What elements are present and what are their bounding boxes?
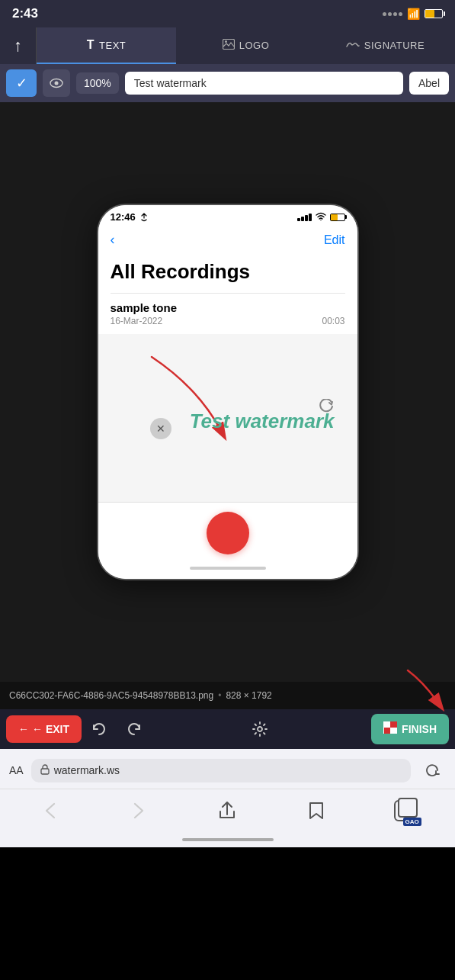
phone-content: All Recordings sample tone 16-Mar-2022 0… [98,254,357,334]
svg-point-7 [258,727,262,731]
svg-rect-10 [383,728,390,734]
tab-logo-label: LOGO [239,40,270,51]
recording-name: sample tone [111,301,345,314]
phone-home-indicator [98,561,357,579]
battery-fill [425,10,434,18]
check-button[interactable]: ✓ [6,69,37,97]
eye-button[interactable] [43,69,70,97]
name-input[interactable]: Abel [409,72,449,95]
dimensions: 828 × 1792 [226,690,271,701]
svg-point-3 [55,82,59,85]
phone-time: 12:46 [111,211,148,223]
phone-status-bar: 12:46 [98,205,357,226]
signature-tab-icon [346,39,360,52]
status-bar: 2:43 📶 [0,0,455,27]
browser-url: watermark.ws [54,764,120,776]
exit-button[interactable]: ← ← EXIT [6,715,82,743]
recording-duration: 00:03 [322,316,344,326]
record-button[interactable] [207,512,249,554]
tab-bar: ↑ T TEXT LOGO SIGNATURE [0,27,455,64]
finish-arrow-area [400,686,446,705]
browser-bookmark-button[interactable] [300,794,333,827]
tab-text-label: TEXT [99,40,126,51]
svg-rect-9 [390,721,397,728]
file-info-bar: C66CC302-FA6C-4886-9AC5-94548978BB13.png… [0,682,455,709]
settings-button[interactable] [245,714,275,744]
svg-point-4 [320,220,322,220]
recording-date: 16-Mar-2022 [111,316,163,326]
browser-bar: AA watermark.ws [0,749,455,789]
recording-meta: 16-Mar-2022 00:03 [111,316,345,326]
watermark-close-button[interactable]: ✕ [150,418,171,439]
wifi-icon: 📶 [407,8,420,20]
back-icon: ↑ [14,36,22,56]
svg-point-1 [225,40,227,43]
browser-nav: GAO [0,789,455,835]
tab-text[interactable]: T TEXT [37,27,176,64]
battery-icon [425,9,443,18]
phone-edit-button[interactable]: Edit [324,233,345,247]
phone-nav-bar: ‹ Edit [98,226,357,254]
tab-logo[interactable]: LOGO [176,27,316,64]
home-bar [190,567,266,570]
svg-rect-13 [41,769,49,774]
phone-mockup: 12:46 [98,205,357,579]
ios-home-bar [0,835,455,847]
browser-tabs-button[interactable]: GAO [388,794,421,827]
gao-badge: GAO [403,818,421,826]
browser-forward-button[interactable] [122,794,155,827]
zoom-level[interactable]: 100% [76,72,119,94]
logo-tab-icon [223,39,235,52]
phone-status-right [297,211,345,223]
exit-arrow-icon: ← [18,723,29,735]
tab-back-button[interactable]: ↑ [0,27,37,64]
signal-icon [383,12,402,16]
tab-signature[interactable]: SIGNATURE [316,27,455,64]
refresh-button[interactable] [418,757,446,784]
phone-record-area [98,502,357,561]
finish-label: FINISH [402,723,437,735]
browser-aa-button[interactable]: AA [9,764,24,776]
separator: • [218,690,221,701]
finish-button[interactable]: FINISH [371,714,449,744]
watermark-text-input[interactable]: Test watermark [125,72,403,95]
red-arrow [121,342,258,464]
ios-home-line [182,838,274,841]
browser-url-pill[interactable]: watermark.ws [31,759,411,782]
check-icon: ✓ [16,75,27,92]
phone-page-title: All Recordings [111,260,345,284]
phone-signal-icon [297,214,312,221]
text-tab-icon: T [87,38,95,52]
exit-label: ← EXIT [32,723,69,735]
phone-battery-icon [330,214,345,221]
tab-signature-label: SIGNATURE [364,40,425,51]
bottom-toolbar: ← ← EXIT FINISH [0,709,455,749]
toolbar: ✓ 100% Test watermark Abel [0,64,455,102]
watermark-rotate-button[interactable] [319,399,335,418]
browser-share-button[interactable] [210,794,244,827]
watermark-overlay-text[interactable]: Test watermark [190,410,335,433]
finish-flag-icon [383,721,397,737]
svg-rect-11 [390,728,397,734]
redo-button[interactable] [118,714,149,744]
status-icons: 📶 [383,8,443,20]
browser-back-button[interactable] [34,794,67,827]
lock-icon [40,764,50,777]
phone-wifi-icon [316,211,326,223]
status-time: 2:43 [12,6,38,21]
phone-watermark-area: Test watermark ✕ [98,334,357,502]
undo-button[interactable] [85,714,115,744]
svg-rect-8 [383,721,390,728]
phone-back-button[interactable]: ‹ [111,232,115,248]
recording-item[interactable]: sample tone 16-Mar-2022 00:03 [111,293,345,334]
filename: C66CC302-FA6C-4886-9AC5-94548978BB13.png [9,690,213,701]
canvas-area: 12:46 [0,102,455,682]
